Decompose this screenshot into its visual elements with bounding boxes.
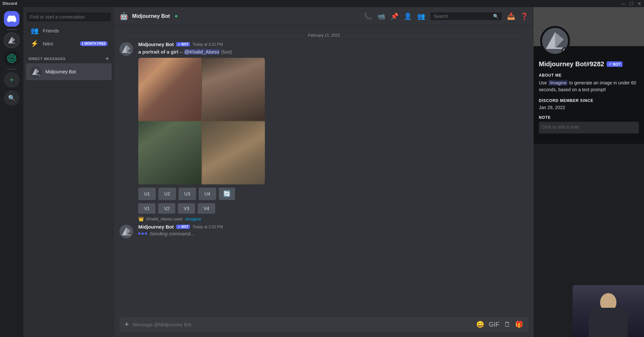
add-server-button[interactable]: +	[4, 72, 19, 88]
find-conversation-input[interactable]	[27, 12, 111, 21]
pin-icon[interactable]: 📌	[390, 12, 399, 20]
v3-button[interactable]: V3	[178, 203, 195, 214]
u2-button[interactable]: U2	[158, 188, 176, 200]
profile-panel: Midjourney Bot#9282 ✓ BOT ABOUT ME Use /…	[534, 7, 644, 144]
dm-search-area	[23, 7, 114, 24]
message-input[interactable]	[133, 318, 472, 331]
call-icon[interactable]: 📞	[364, 12, 372, 20]
sidebar-item-friends[interactable]: 👥 Friends	[26, 24, 112, 37]
maximize-button[interactable]: ☐	[629, 1, 634, 6]
online-indicator	[175, 15, 178, 18]
header-tools: 📞 📹 📌 👤 👥 🔍 📥 ❓	[364, 12, 528, 20]
server-rail: + 🔍	[0, 7, 23, 337]
imagine-command-link[interactable]: /imagine	[185, 217, 201, 221]
portrait-1[interactable]	[138, 58, 201, 121]
v4-button[interactable]: V4	[198, 203, 215, 214]
dm-user-midjourney[interactable]: Midjourney Bot	[26, 63, 112, 80]
person-body	[589, 308, 628, 337]
member-list-icon[interactable]: 👥	[417, 12, 425, 20]
messages-area: February 11, 2023 Midjourney Bot ✓	[114, 25, 534, 314]
message-timestamp-1: Today at 3:31 PM	[192, 42, 223, 47]
channel-name: Midjourney Bot	[132, 13, 170, 19]
bot-avatar-2	[119, 225, 133, 238]
profile-body: Midjourney Bot#9282 ✓ BOT ABOUT ME Use /…	[534, 46, 644, 144]
u4-button[interactable]: U4	[199, 188, 216, 200]
direct-messages-header: DIRECT MESSAGES +	[23, 50, 114, 63]
portrait-4[interactable]	[202, 121, 265, 184]
friends-label: Friends	[43, 28, 59, 33]
message-text-1: a portrait of a girl – @Khalid_Abess (fa…	[138, 48, 528, 55]
message-input-box: + 😀 GIF 🗒 🎁	[119, 317, 528, 332]
sticker-icon[interactable]: 🗒	[504, 321, 511, 328]
typing-dot-2	[142, 232, 144, 235]
note-title: NOTE	[539, 115, 639, 120]
discord-home-button[interactable]	[4, 11, 19, 27]
v1-button[interactable]: V1	[138, 203, 155, 214]
titlebar-title: Discord	[3, 1, 17, 6]
message-mention[interactable]: @Khalid_Abess	[184, 49, 220, 55]
imagine-command-highlight[interactable]: /imagine	[548, 80, 568, 86]
main-chat: 🤖 Midjourney Bot 📞 📹 📌 👤 👥 🔍 📥 ❓ Februa	[114, 7, 534, 337]
profile-bot-badge: ✓ BOT	[607, 61, 623, 67]
attach-file-button[interactable]: +	[125, 320, 129, 329]
server-icon-sail[interactable]	[4, 32, 19, 48]
crown-icon: 👑	[138, 216, 144, 221]
typing-dots	[138, 232, 147, 235]
profile-name: Midjourney Bot#9282	[539, 60, 604, 68]
note-input[interactable]: Click to add a note	[539, 122, 639, 133]
close-button[interactable]: ✕	[638, 1, 641, 6]
member-since-date: Jan 29, 2022	[539, 105, 639, 110]
khalid-used-line: 👑 Khalid_Abess used /imagine	[114, 215, 534, 223]
discover-button[interactable]: 🔍	[4, 90, 19, 106]
sidebar-item-nitro[interactable]: ⚡ Nitro 1 MONTH FREE	[26, 37, 112, 50]
portrait-3[interactable]	[138, 121, 201, 184]
search-bar[interactable]: 🔍	[430, 12, 502, 20]
check-icon-2: ✓	[178, 225, 180, 229]
u1-button[interactable]: U1	[138, 188, 156, 200]
bot-icon: 🤖	[119, 12, 128, 20]
inbox-icon[interactable]: 📥	[507, 12, 515, 20]
variation-buttons: V1 V2 V3 V4	[138, 203, 528, 214]
image-grid	[138, 58, 265, 184]
sending-message: Sending command...	[138, 231, 528, 236]
refresh-button[interactable]: 🔄	[219, 188, 235, 200]
help-icon[interactable]: ❓	[520, 12, 528, 20]
midjourney-bot-avatar	[30, 66, 42, 78]
message-content-1: Midjourney Bot ✓ BOT Today at 3:31 PM a …	[138, 42, 528, 214]
video-icon[interactable]: 📹	[377, 12, 385, 20]
bot-label-2: BOT	[181, 225, 188, 229]
add-dm-button[interactable]: +	[105, 55, 109, 62]
server-divider-2	[6, 69, 17, 69]
profile-name-row: Midjourney Bot#9282 ✓ BOT	[539, 60, 639, 68]
gift-icon[interactable]: 🎁	[515, 320, 523, 328]
add-member-icon[interactable]: 👤	[404, 12, 412, 20]
u3-button[interactable]: U3	[179, 188, 196, 200]
server-icon-gpt[interactable]	[4, 51, 19, 66]
profile-banner	[534, 7, 644, 46]
gif-icon[interactable]: GIF	[489, 321, 500, 328]
friends-icon: 👥	[30, 27, 39, 34]
date-text: February 11, 2023	[308, 33, 340, 38]
portrait-2[interactable]	[202, 58, 265, 121]
user-status-dot	[38, 74, 42, 78]
channel-header: 🤖 Midjourney Bot 📞 📹 📌 👤 👥 🔍 📥 ❓	[114, 7, 534, 25]
message-timestamp-2: Today at 3:32 PM	[192, 225, 223, 229]
message-author-1: Midjourney Bot	[138, 42, 174, 47]
search-input[interactable]	[434, 14, 490, 19]
about-me-prefix: Use	[539, 80, 548, 85]
message-input-area: + 😀 GIF 🗒 🎁	[114, 314, 534, 337]
server-divider	[6, 29, 17, 30]
profile-member-since: DISCORD MEMBER SINCE Jan 29, 2022	[539, 98, 639, 110]
message-sep: –	[180, 49, 184, 55]
emoji-people-icon[interactable]: 😀	[476, 320, 484, 328]
bot-badge-2: ✓ BOT	[176, 225, 190, 229]
v2-button[interactable]: V2	[158, 203, 175, 214]
khalid-text: Khalid_Abess used	[146, 217, 182, 221]
direct-messages-label: DIRECT MESSAGES	[29, 57, 66, 61]
member-since-title: DISCORD MEMBER SINCE	[539, 98, 639, 103]
minimize-button[interactable]: —	[621, 1, 625, 6]
nitro-badge: 1 MONTH FREE	[80, 41, 108, 46]
message-group-1: Midjourney Bot ✓ BOT Today at 3:31 PM a …	[114, 40, 534, 215]
profile-avatar-large	[540, 26, 570, 56]
titlebar-controls[interactable]: — ☐ ✕	[621, 1, 641, 6]
